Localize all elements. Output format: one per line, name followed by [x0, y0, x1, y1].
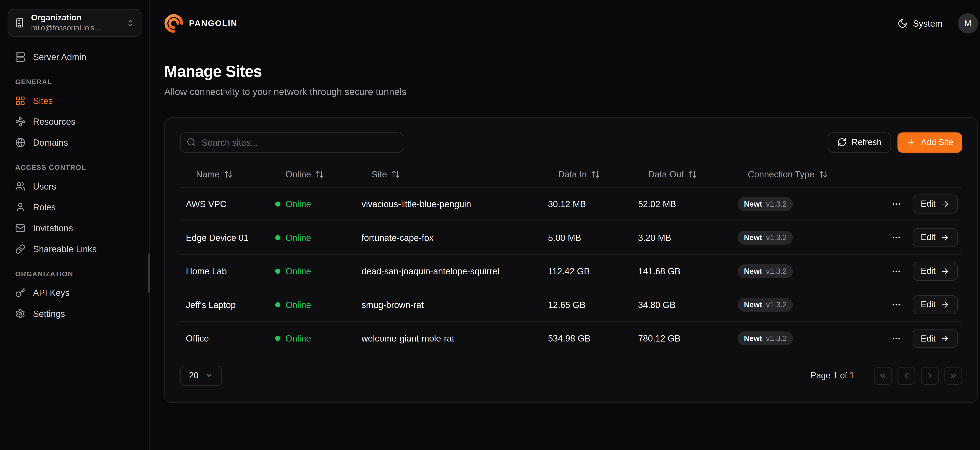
sort-icon: [819, 170, 827, 179]
edit-label: Edit: [921, 233, 935, 242]
add-site-button[interactable]: Add Site: [897, 132, 962, 152]
sidebar-item-shareable-links[interactable]: Shareable Links: [8, 238, 142, 259]
mail-icon: [15, 223, 25, 233]
sidebar-item-users[interactable]: Users: [8, 176, 142, 196]
ellipsis-icon: [891, 266, 901, 276]
connection-type-cell: Newtv1.3.2: [732, 197, 846, 211]
sidebar-item-server-admin[interactable]: Server Admin: [8, 46, 142, 67]
org-selector-value: milo@fossorial.io's ...: [31, 23, 120, 33]
sidebar-item-invitations[interactable]: Invitations: [8, 217, 142, 238]
resources-icon: [15, 116, 25, 127]
arrow-right-icon: [940, 334, 950, 343]
ellipsis-icon: [891, 299, 901, 310]
actions-cell: Edit: [846, 228, 962, 247]
sort-data-out-button[interactable]: Data Out: [638, 169, 697, 179]
sidebar-section-access-control: ACCESS CONTROL: [15, 163, 134, 171]
status-cell: Online: [269, 299, 356, 310]
sidebar-item-domains[interactable]: Domains: [8, 132, 142, 153]
row-menu-button[interactable]: [888, 196, 904, 211]
sidebar-item-roles[interactable]: Roles: [8, 196, 142, 217]
data-out-cell: 34.80 GB: [632, 299, 732, 310]
sidebar-item-resources[interactable]: Resources: [8, 111, 142, 132]
pangolin-logo-icon: [164, 14, 183, 33]
refresh-icon: [837, 138, 846, 147]
sort-connection-type-button[interactable]: Connection Type: [738, 169, 827, 179]
chevron-right-icon: [925, 371, 934, 380]
actions-cell: Edit: [846, 194, 962, 213]
row-menu-button[interactable]: [888, 331, 904, 346]
table-row: Jeff's Laptop Online smug-brown-rat 12.6…: [180, 288, 962, 322]
org-selector[interactable]: Organization milo@fossorial.io's ...: [8, 9, 142, 36]
table-row: Office Online welcome-giant-mole-rat 534…: [180, 322, 962, 355]
first-page-button[interactable]: [874, 367, 892, 384]
pagination-controls: Page 1 of 1: [810, 367, 962, 384]
sidebar-item-label: Roles: [33, 202, 56, 212]
theme-toggle-button[interactable]: System: [898, 18, 943, 28]
data-out-cell: 141.68 GB: [632, 266, 732, 276]
page-size-select[interactable]: 20: [180, 365, 222, 386]
edit-button[interactable]: Edit: [913, 228, 958, 247]
sidebar-item-label: Users: [33, 181, 56, 191]
edit-label: Edit: [921, 334, 935, 343]
last-page-button[interactable]: [944, 367, 962, 384]
site-cell: vivacious-little-blue-penguin: [356, 198, 542, 209]
sidebar-item-label: Server Admin: [33, 52, 86, 62]
sidebar-section-general: GENERAL: [15, 78, 134, 86]
table-row: Home Lab Online dead-san-joaquin-antelop…: [180, 254, 962, 288]
online-dot-icon: [275, 235, 280, 240]
sidebar: Organization milo@fossorial.io's ... Ser…: [0, 0, 150, 450]
sidebar-scrollbar-thumb[interactable]: [148, 254, 150, 293]
connection-badge: Newtv1.3.2: [738, 298, 793, 311]
building-icon: [14, 18, 25, 28]
row-menu-button[interactable]: [888, 230, 904, 245]
sort-data-in-button[interactable]: Data In: [548, 169, 600, 179]
table-row: AWS VPC Online vivacious-little-blue-pen…: [180, 187, 962, 221]
edit-button[interactable]: Edit: [913, 194, 958, 213]
search-input[interactable]: [180, 132, 403, 152]
edit-button[interactable]: Edit: [913, 261, 958, 280]
status-cell: Online: [269, 198, 356, 209]
brand-name: PANGOLIN: [189, 18, 237, 28]
connection-badge: Newtv1.3.2: [738, 264, 793, 278]
status-label: Online: [285, 198, 311, 209]
row-menu-button[interactable]: [888, 297, 904, 312]
sidebar-item-label: Settings: [33, 308, 65, 318]
online-dot-icon: [275, 268, 280, 273]
table-toolbar: Refresh Add Site: [180, 132, 962, 152]
connection-type-cell: Newtv1.3.2: [732, 230, 846, 244]
arrow-right-icon: [940, 266, 950, 275]
row-menu-button[interactable]: [888, 263, 904, 279]
chevrons-up-down-icon: [126, 19, 134, 27]
users-icon: [15, 181, 25, 191]
sort-icon: [591, 170, 600, 179]
sidebar-item-label: Sites: [33, 95, 53, 106]
next-page-button[interactable]: [921, 367, 939, 384]
refresh-button[interactable]: Refresh: [827, 132, 891, 152]
edit-button[interactable]: Edit: [913, 329, 958, 348]
name-cell: Home Lab: [180, 266, 269, 276]
table-header-row: Name Online Site Data In Data Out Connec…: [180, 162, 962, 187]
moon-icon: [898, 18, 908, 28]
sidebar-item-sites[interactable]: Sites: [8, 90, 142, 111]
avatar[interactable]: M: [958, 13, 978, 33]
sidebar-item-api-keys[interactable]: API Keys: [8, 282, 142, 303]
prev-page-button[interactable]: [897, 367, 915, 384]
edit-button[interactable]: Edit: [913, 295, 958, 314]
theme-label: System: [913, 18, 943, 28]
sort-online-button[interactable]: Online: [275, 169, 325, 179]
toolbar-actions: Refresh Add Site: [827, 132, 962, 152]
ellipsis-icon: [891, 333, 901, 344]
edit-label: Edit: [921, 199, 935, 209]
status-cell: Online: [269, 333, 356, 344]
column-label: Site: [372, 169, 387, 179]
sort-icon: [224, 170, 233, 179]
sidebar-item-label: API Keys: [33, 287, 69, 298]
sort-name-button[interactable]: Name: [186, 169, 233, 179]
sort-site-button[interactable]: Site: [362, 169, 401, 179]
status-label: Online: [285, 266, 311, 276]
online-dot-icon: [275, 336, 280, 341]
actions-cell: Edit: [846, 329, 962, 348]
sidebar-item-settings[interactable]: Settings: [8, 303, 142, 324]
topbar-right: System M: [898, 13, 978, 33]
sort-icon: [688, 170, 697, 179]
